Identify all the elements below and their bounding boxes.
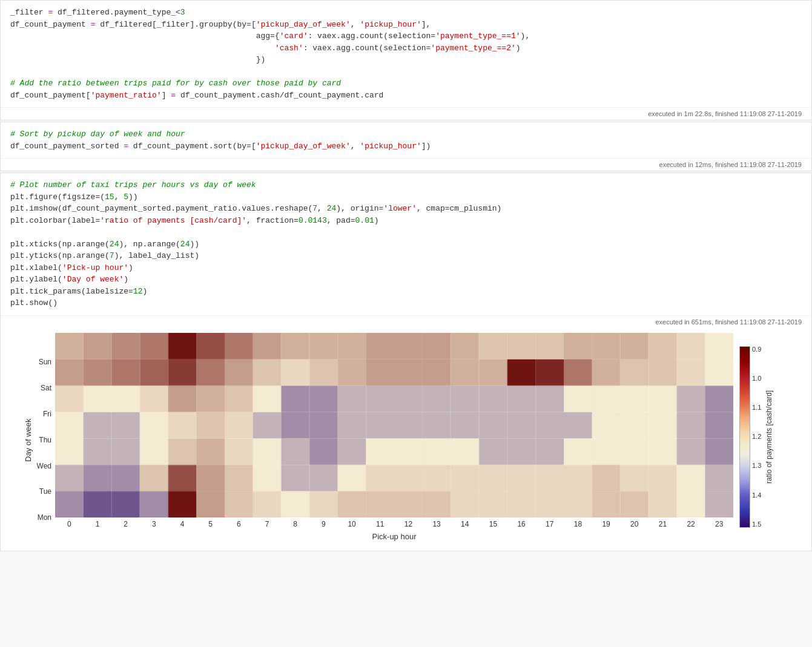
code-token: = [44,8,53,17]
code-token: plt.ylabel( [10,275,62,284]
code-token: plt.colorbar(label= [10,216,100,225]
cell-3-execution-info: executed in 651ms, finished 11:19:08 27-… [1,315,811,328]
code-token: ) [374,216,379,225]
code-token: 'Pick-up hour' [62,263,128,272]
heatmap-output: Day of week MonTueWedThuFriSatSun 012345… [1,328,811,551]
code-token: 15 [105,192,114,202]
code-token: : vaex.agg.count(selection= [308,31,436,41]
code-token: 0.01 [355,216,374,225]
code-token: : vaex.agg.count(selection= [303,44,431,53]
x-tick-label: 4 [168,520,197,528]
code-token: )) [128,192,138,202]
cell-3: # Plot number of taxi trips per hours vs… [0,172,812,551]
code-token: plt.tick_params(labelsize= [10,287,133,296]
y-tick-label: Mon [33,514,51,521]
code-token: , [317,204,327,213]
code-token: 'payment_type_==1' [435,31,520,41]
code-comment: # Plot number of taxi trips per hours vs… [10,180,256,189]
x-tick-label: 19 [592,520,621,528]
code-token: 12 [133,287,143,296]
x-tick-label: 22 [677,520,705,528]
x-tick-label: 7 [253,520,282,528]
x-tick-label: 12 [394,520,423,528]
x-axis-label: Pick-up hour [55,532,733,541]
code-token: 'pickup_hour' [360,20,421,29]
code-token: df_filtered.payment_type_< [53,8,180,17]
colorbar-tick: 1.0 [752,375,761,382]
code-token: = [166,91,176,100]
code-token: 'pickup_day_of_week' [256,142,351,151]
y-tick-label: Tue [33,488,51,495]
heatmap-canvas [55,333,733,517]
y-tick-label: Sun [33,358,51,366]
code-token: 'payment_type_==2' [431,44,515,53]
colorbar-tick: 1.4 [752,492,761,499]
colorbar-tick: 1.3 [752,462,761,469]
notebook: _filter = df_filtered.payment_type_<3 df… [0,0,812,551]
x-tick-label: 17 [535,520,564,528]
code-token: 'pickup_day_of_week' [256,20,351,29]
cell-1-code: _filter = df_filtered.payment_type_<3 df… [1,1,811,107]
code-token: 24 [180,240,190,249]
code-token: 'ratio of payments [cash/card]' [100,216,246,225]
y-tick-label: Fri [33,410,51,418]
y-axis-label: Day of week [22,349,33,531]
x-tick-label: 10 [338,520,366,528]
code-token: 5 [124,192,128,202]
code-token: plt.show() [10,298,58,307]
code-token: df_count_payment_sorted [10,142,119,151]
x-tick-label: 15 [479,520,507,528]
x-tick-label: 6 [225,520,253,528]
colorbar-tick: 1.1 [752,404,761,411]
x-tick-label: 8 [281,520,309,528]
x-tick-label: 1 [84,520,112,528]
code-token: df_filtered[_filter].groupby(by=[ [95,20,256,29]
code-token: }) [10,55,265,64]
y-tick-labels: MonTueWedThuFriSatSun [33,349,51,531]
code-token: 'cash' [275,44,303,53]
y-tick-label: Sat [33,384,51,392]
code-token: 'pickup_hour' [360,142,421,151]
cell-2-code: # Sort by pickup day of week and hour df… [1,122,811,158]
code-token: ) [128,263,133,272]
code-token: ), label_day_list) [114,251,199,260]
code-token: plt.xticks(np.arange( [10,240,110,249]
cell-3-code: # Plot number of taxi trips per hours vs… [1,173,811,315]
code-token: ) [124,275,128,284]
colorbar-gradient [739,346,750,528]
colorbar-tick-labels: 1.51.41.31.21.11.00.9 [752,346,761,528]
cell-2-execution-info: executed in 12ms, finished 11:19:08 27-1… [1,158,811,171]
code-token: ) [142,287,147,296]
code-token: plt.xlabel( [10,263,62,272]
code-token: ) [516,44,521,53]
code-token: )) [190,240,199,249]
x-tick-label: 18 [564,520,592,528]
code-token: 3 [180,8,185,17]
code-token: agg={ [10,31,280,41]
code-token: = [119,142,128,151]
x-tick-labels: 01234567891011121314151617181920212223 [55,520,733,528]
x-tick-label: 13 [423,520,451,528]
code-token: , pad= [327,216,355,225]
code-token: df_count_payment.cash/df_count_payment.c… [176,91,383,100]
code-token: , fraction= [246,216,299,225]
cell-2: # Sort by pickup day of week and hour df… [0,122,812,171]
code-token: 24 [327,204,337,213]
code-token: 'lower' [383,204,417,213]
x-tick-label: 3 [140,520,168,528]
code-token: ], [421,20,431,29]
code-token: 0.0143 [299,216,327,225]
code-token: 24 [110,240,119,249]
code-token: , [351,142,360,151]
code-token: df_count_payment [10,20,86,29]
code-token: ]) [421,142,431,151]
code-token: ), [521,31,530,41]
code-comment: # Add the ratio between trips paid for b… [10,79,341,88]
cell-1-execution-info: executed in 1m 22.8s, finished 11:19:08 … [1,107,811,120]
code-token: , [114,192,124,202]
code-token [10,44,275,53]
x-tick-label: 21 [649,520,677,528]
code-token: 'card' [280,31,308,41]
code-token: df_count_payment.sort(by=[ [128,142,256,151]
x-tick-label: 2 [111,520,140,528]
